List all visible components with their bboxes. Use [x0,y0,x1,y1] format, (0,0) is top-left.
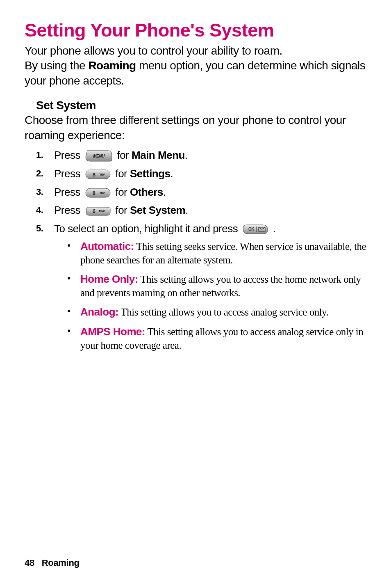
press-label: Press [54,167,80,180]
press-label: Press [54,149,80,161]
menu-key-icon: MENU [85,150,113,162]
options-list: Automatic: This setting seeks service. W… [54,240,366,352]
option-name: Automatic: [80,240,134,252]
option-name: Analog: [80,306,118,318]
for-label: for [115,204,130,216]
section-intro: Choose from three different settings on … [25,113,366,143]
roaming-label: Roaming [88,59,136,72]
step-target: Settings [130,167,170,180]
step-number: 2. [36,168,43,179]
manual-page: Setting Your Phone's System Your phone a… [0,0,391,588]
svg-text:MNO: MNO [99,210,105,213]
option-amps-home: AMPS Home: This setting allows you to ac… [79,325,366,352]
page-number: 48 [25,558,34,568]
step-number: 3. [36,186,43,198]
section-heading: Set System [36,99,366,112]
intro-line2a: By using the [25,59,88,72]
svg-text:8: 8 [92,190,95,196]
svg-text:OK: OK [248,227,255,231]
step-target: Others [130,186,163,198]
option-automatic: Automatic: This setting seeks service. W… [79,240,366,267]
svg-text:6: 6 [92,208,95,214]
step-4: 4. Press 6 MNO for Set System. [54,204,366,217]
for-label: for [115,186,130,198]
steps-list: 1. Press MENU for Main Menu. 2. Press 8 … [25,149,366,352]
step-3: 3. Press 8 TUV for Others. [54,185,366,199]
for-label: for [115,167,130,180]
option-home-only: Home Only: This setting allows you to ac… [79,272,366,300]
option-name: AMPS Home: [80,325,145,338]
option-name: Home Only: [80,273,138,285]
press-label: Press [54,186,80,198]
step-2: 2. Press 8 TUV for Settings. [54,167,366,181]
step-5: 5. To select an option, highlight it and… [54,222,366,352]
step-target: Set System [130,204,185,216]
svg-text:TUV: TUV [99,192,105,194]
step-1: 1. Press MENU for Main Menu. [54,149,366,162]
svg-text:8: 8 [92,172,95,178]
step-target: Main Menu [132,149,185,161]
six-key-icon: 6 MNO [85,206,111,216]
option-desc: This setting allows you to access analog… [118,307,328,318]
step-text-b: . [273,222,276,235]
step-number: 4. [36,204,43,216]
eight-key-icon: 8 TUV [85,188,111,198]
svg-rect-4 [86,188,110,197]
intro-paragraph: Your phone allows you to control your ab… [25,43,366,88]
page-title: Setting Your Phone's System [25,20,366,41]
step-text-a: To select an option, highlight it and pr… [54,222,241,235]
press-label: Press [54,204,80,216]
page-footer: 48 Roaming [25,558,80,568]
footer-section: Roaming [42,558,80,568]
for-label: for [117,149,132,161]
step-number: 5. [36,223,43,234]
eight-key-icon: 8 TUV [85,169,111,180]
svg-text:TUV: TUV [99,173,105,176]
svg-text:MENU: MENU [93,154,105,158]
intro-line1: Your phone allows you to control your ab… [25,44,282,57]
ok-key-icon: OK [242,223,268,236]
step-number: 1. [36,149,43,161]
svg-rect-1 [86,170,110,179]
option-analog: Analog: This setting allows you to acces… [79,305,366,319]
